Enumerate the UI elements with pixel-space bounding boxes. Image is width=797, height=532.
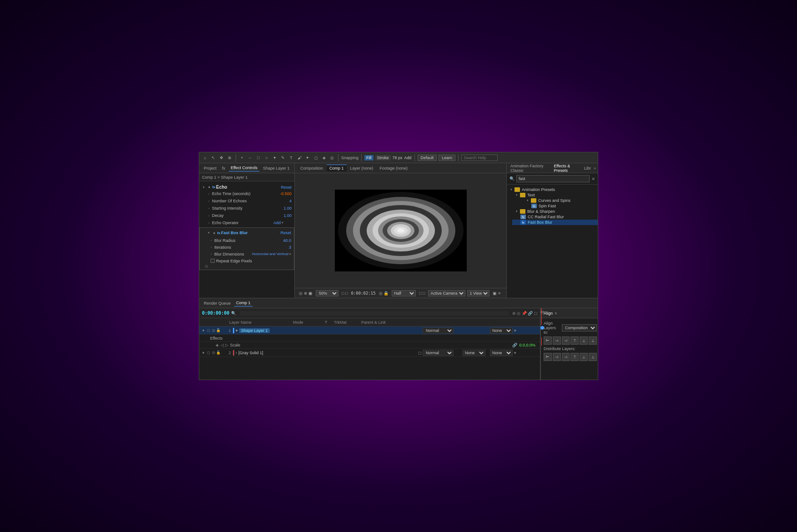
l1-vis-icon[interactable]: ● bbox=[201, 328, 206, 333]
scale-value[interactable]: 0.0,0.0% bbox=[519, 343, 540, 347]
align-expand-icon[interactable]: ≡ bbox=[555, 311, 557, 316]
comp-viewport[interactable] bbox=[295, 173, 506, 288]
hand-icon[interactable]: ✥ bbox=[218, 155, 225, 161]
zoom-select[interactable]: 50% 100% bbox=[316, 290, 338, 296]
learn-button[interactable]: Learn bbox=[439, 155, 455, 161]
align-bottom-button[interactable]: ⊥ bbox=[589, 336, 597, 345]
ellipse-icon[interactable]: ○ bbox=[263, 155, 270, 161]
tab-fx[interactable]: fx bbox=[220, 165, 227, 171]
dist-center-v-button[interactable]: ⊥ bbox=[580, 353, 588, 361]
fbb-reset[interactable]: Reset bbox=[280, 231, 291, 235]
right-expand-icon[interactable]: » bbox=[594, 166, 596, 171]
repeat-edge-checkbox[interactable] bbox=[211, 259, 215, 263]
home-icon[interactable]: ⌂ bbox=[202, 155, 208, 161]
align-top-button[interactable]: ⊤ bbox=[570, 336, 579, 345]
presets-search-input[interactable] bbox=[516, 175, 590, 182]
search-box[interactable] bbox=[461, 155, 498, 161]
echo-header[interactable]: ▾ ● fx Echo Reset bbox=[199, 184, 294, 190]
fast-box-blur-item[interactable]: fx Fast Box Blur bbox=[512, 220, 598, 225]
blur-sharpen-folder[interactable]: ▾ Blur & Sharpen bbox=[512, 209, 598, 214]
tab-comp1[interactable]: Comp 1 bbox=[234, 300, 252, 306]
layer-2-mode-select[interactable]: Normal bbox=[423, 350, 454, 356]
align-center-h-button[interactable]: ⊣ bbox=[553, 336, 561, 345]
right-tab-effects[interactable]: Effects & Presets bbox=[552, 163, 581, 174]
echo-decay-value[interactable]: 1.00 bbox=[273, 213, 292, 218]
dist-bottom-button[interactable]: ⊥ bbox=[589, 353, 597, 361]
l2-parent-select[interactable]: None bbox=[490, 350, 513, 356]
echo-num-value[interactable]: 4 bbox=[273, 199, 292, 203]
default-button[interactable]: Default bbox=[418, 155, 437, 161]
comp-ctrl-icons[interactable]: ◎ ⊕ ▣ bbox=[298, 291, 314, 296]
l2-link-dropdown[interactable]: ▾ bbox=[514, 351, 516, 355]
right-tab-libr[interactable]: Libr bbox=[582, 165, 593, 171]
comp-ctrl-icons-2[interactable]: □ □ bbox=[340, 291, 349, 296]
fill-label[interactable]: Fill bbox=[364, 155, 373, 161]
text-icon[interactable]: T bbox=[288, 155, 294, 161]
l2-trimat-select[interactable]: None bbox=[463, 350, 485, 356]
brush-icon[interactable]: 🖌 bbox=[296, 155, 303, 161]
align-center-v-button[interactable]: ⊥ bbox=[580, 336, 588, 345]
right-tab-factory[interactable]: Animation Factory Classic bbox=[509, 163, 551, 174]
dist-top-button[interactable]: ⊤ bbox=[570, 353, 579, 361]
echo-reset[interactable]: Reset bbox=[281, 185, 292, 190]
roto-icon[interactable]: ◎ bbox=[329, 155, 335, 161]
text-folder[interactable]: ▾ Text bbox=[512, 192, 598, 198]
eraser-icon[interactable]: ◻ bbox=[313, 155, 319, 161]
add-icon[interactable]: + bbox=[239, 155, 245, 161]
l1-lock-icon[interactable]: 🔓 bbox=[216, 328, 221, 333]
search-close-button[interactable]: ✕ bbox=[591, 176, 595, 181]
zoom-icon[interactable]: ⊕ bbox=[227, 155, 233, 161]
dist-right-button[interactable]: ⊣ bbox=[562, 353, 570, 361]
scale-keyframe-icon[interactable]: ◈ bbox=[216, 343, 219, 347]
tab-render-queue[interactable]: Render Queue bbox=[202, 300, 232, 306]
l2-audio-icon[interactable]: ◻ bbox=[206, 351, 211, 355]
layer-row-2[interactable]: ● ◻ ◎ 🔓 2 › [Gray Solid 1] ◻ bbox=[199, 349, 540, 357]
dist-center-h-button[interactable]: ⊣ bbox=[553, 353, 561, 361]
tab-effect-controls[interactable]: Effect Controls bbox=[229, 165, 259, 171]
arrow-icon[interactable]: ↖ bbox=[210, 155, 217, 161]
l1-link-dropdown[interactable]: ▾ bbox=[514, 328, 516, 333]
view-select[interactable]: Active Camera bbox=[428, 290, 465, 296]
l1-audio-icon[interactable]: ◻ bbox=[206, 328, 211, 333]
l2-vis-icon[interactable]: ● bbox=[201, 351, 206, 355]
align-left-button[interactable]: ⊢ bbox=[544, 336, 552, 345]
comp-tab-composition[interactable]: Composition bbox=[298, 165, 326, 171]
blur-dim-value[interactable]: Horizontal and Vertical ▾ bbox=[252, 252, 291, 256]
curves-spins-folder[interactable]: ▾ Curves and Spins bbox=[523, 198, 598, 203]
align-to-select[interactable]: Composition Selection bbox=[562, 324, 597, 331]
echo-intensity-value[interactable]: 1.00 bbox=[273, 206, 292, 211]
tab-shape-layer[interactable]: Shape Layer 1 bbox=[261, 165, 292, 171]
l2-lock-icon[interactable]: 🔓 bbox=[216, 351, 221, 355]
blur-radius-value[interactable]: 40.0 bbox=[283, 238, 291, 243]
timeline-search-icon[interactable]: 🔍 bbox=[231, 311, 236, 316]
comp-ctrl-icons-3[interactable]: ◎ 🔒 bbox=[378, 291, 390, 296]
l2-solo-icon[interactable]: ◎ bbox=[211, 351, 216, 355]
rect-icon[interactable]: □ bbox=[255, 155, 262, 161]
iterations-value[interactable]: 3 bbox=[289, 245, 291, 250]
comp-ctrl-icons-5[interactable]: ▣ ≡ bbox=[491, 291, 502, 296]
pen-icon[interactable]: ✎ bbox=[280, 155, 286, 161]
timeline-ctrl-icons[interactable]: ⊕ ◎ 📌 🔗 ◻ bbox=[512, 311, 537, 316]
l1-parent-select[interactable]: None bbox=[490, 327, 513, 334]
tab-project[interactable]: Project bbox=[202, 165, 218, 171]
animation-presets-header[interactable]: ▾ Animation Presets bbox=[507, 187, 598, 192]
stamp-icon[interactable]: ✦ bbox=[304, 155, 311, 161]
comp-tab-footage[interactable]: Footage (none) bbox=[377, 165, 411, 171]
stroke-label[interactable]: Stroke bbox=[375, 155, 391, 161]
view-count-select[interactable]: 1 View bbox=[467, 290, 489, 296]
echo-operator-value[interactable]: Add ▾ bbox=[273, 221, 292, 225]
echo-time-value[interactable]: -0.500 bbox=[273, 191, 292, 196]
dist-left-button[interactable]: ⊢ bbox=[544, 353, 552, 361]
layer-1-mode-select[interactable]: Normal bbox=[423, 327, 454, 334]
align-right-button[interactable]: ⊣ bbox=[562, 336, 570, 345]
fast-box-blur-header[interactable]: ▾ ● fx Fast Box Blur Reset bbox=[200, 229, 294, 237]
comp-tab-comp1[interactable]: Comp 1 bbox=[327, 165, 347, 171]
layer-row-1[interactable]: ● ◻ ◎ 🔓 1 ▾ Shape Layer 1 N bbox=[199, 326, 540, 335]
back-icon[interactable]: ← bbox=[247, 155, 253, 161]
cc-radial-item[interactable]: fx CC Radial Fast Blur bbox=[512, 214, 598, 220]
l2-expand-icon[interactable]: › bbox=[236, 351, 237, 355]
timeline-search-bar[interactable] bbox=[240, 311, 509, 316]
l1-expand-icon[interactable]: ▾ bbox=[236, 328, 238, 333]
effects-sub-row[interactable]: Effects bbox=[199, 335, 540, 342]
node-icon[interactable]: ◈ bbox=[321, 155, 327, 161]
